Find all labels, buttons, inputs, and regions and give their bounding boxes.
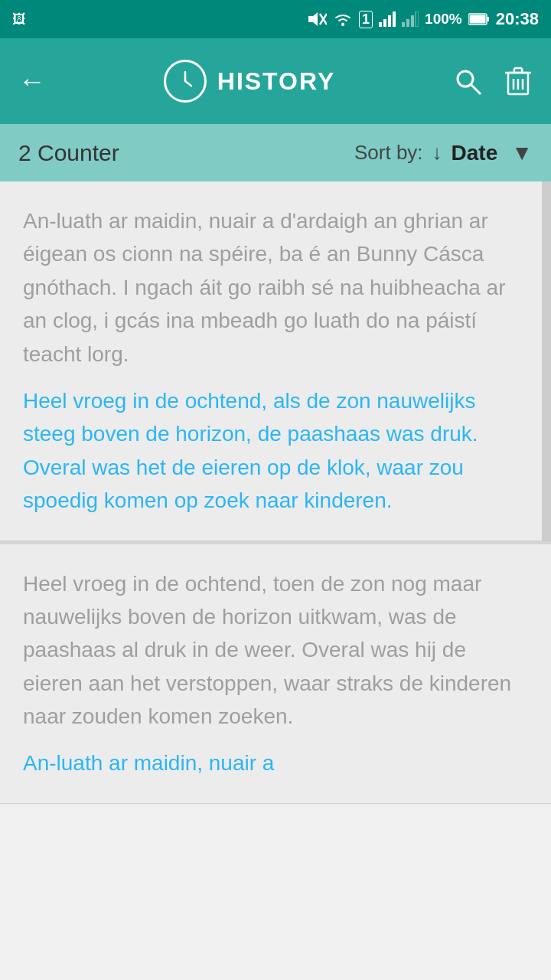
wifi-icon (333, 11, 353, 27)
history-blue-text-1: Heel vroeg in de ochtend, als de zon nau… (23, 384, 528, 518)
sort-direction-icon: ↓ (432, 141, 442, 165)
history-entry-2: Heel vroeg in de ochtend, toen de zon no… (0, 544, 551, 804)
mute-icon (307, 11, 327, 27)
signal-icon (379, 11, 396, 27)
history-card-1: An-luath ar maidin, nuair a d'ardaigh an… (0, 181, 551, 541)
filter-bar: 2 Counter Sort by: ↓ Date ▼ (0, 124, 551, 181)
image-icon: 🖼 (12, 11, 26, 28)
svg-marker-0 (308, 12, 318, 26)
scrollbar[interactable] (542, 181, 551, 541)
history-card-2: Heel vroeg in de ochtend, toen de zon no… (0, 544, 551, 804)
history-gray-text-1: An-luath ar maidin, nuair a d'ardaigh an… (23, 204, 528, 371)
sort-by-label: Sort by: (354, 141, 423, 165)
app-bar-title: HISTORY (217, 67, 335, 96)
svg-rect-4 (379, 22, 382, 27)
status-bar-right: 1 100% 20:38 (307, 9, 539, 29)
clock-icon (164, 60, 207, 103)
search-icon[interactable] (453, 67, 482, 96)
svg-point-17 (458, 71, 473, 87)
history-entry-1: An-luath ar maidin, nuair a d'ardaigh an… (0, 181, 551, 541)
back-button[interactable]: ← (18, 65, 46, 97)
svg-rect-10 (411, 15, 414, 27)
status-time: 20:38 (496, 9, 539, 29)
sort-section[interactable]: Sort by: ↓ Date ▼ (354, 141, 533, 165)
counter-label: 2 Counter (18, 140, 119, 166)
svg-rect-13 (469, 15, 485, 24)
svg-rect-6 (388, 15, 391, 27)
app-bar-center: HISTORY (164, 60, 335, 103)
svg-rect-14 (487, 17, 489, 21)
svg-line-16 (185, 81, 191, 86)
battery-icon (468, 12, 490, 26)
signal2-icon (402, 11, 419, 27)
delete-icon[interactable] (504, 65, 533, 97)
battery-percent: 100% (425, 11, 462, 28)
history-blue-text-2: An-luath ar maidin, nuair a (23, 746, 528, 779)
sim1-badge: 1 (359, 11, 373, 28)
content-area: An-luath ar maidin, nuair a d'ardaigh an… (0, 181, 551, 804)
sort-value: Date (452, 141, 498, 165)
svg-rect-5 (383, 19, 386, 27)
app-bar-actions (453, 65, 533, 97)
svg-rect-8 (402, 22, 405, 27)
app-bar: ← HISTORY (0, 38, 551, 124)
history-gray-text-2: Heel vroeg in de ochtend, toen de zon no… (23, 567, 528, 733)
status-bar: 🖼 1 100% (0, 0, 551, 38)
svg-point-3 (341, 23, 344, 26)
sort-dropdown-icon[interactable]: ▼ (511, 141, 533, 165)
svg-line-18 (471, 85, 481, 94)
svg-rect-11 (416, 11, 419, 27)
svg-rect-7 (393, 11, 396, 27)
status-bar-left: 🖼 (12, 11, 26, 28)
svg-rect-9 (406, 19, 409, 27)
